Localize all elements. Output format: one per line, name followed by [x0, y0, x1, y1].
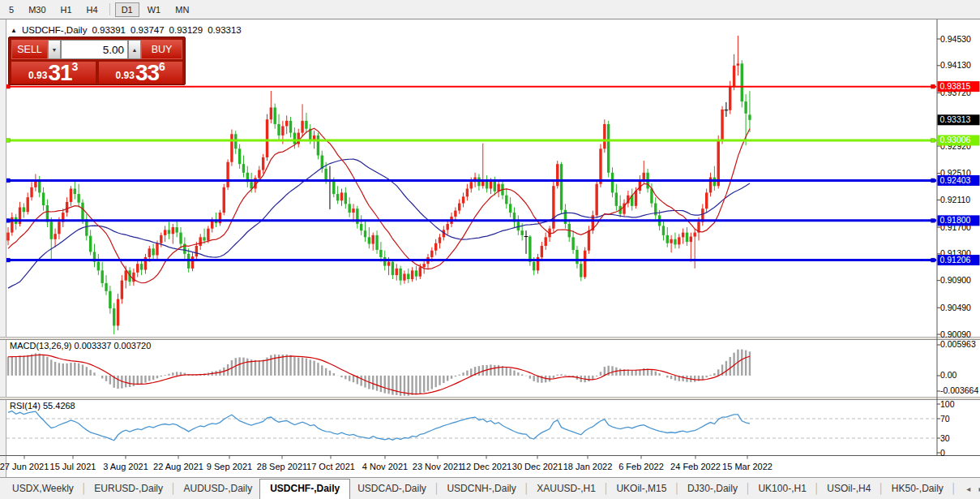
- tab-eurusd-daily[interactable]: EURUSD-,Daily: [87, 480, 170, 499]
- ask-price-box[interactable]: 0.93 33 6: [99, 62, 183, 84]
- ohlc-high: 0.93747: [131, 25, 165, 35]
- ask-price-big-digits: 33: [135, 62, 159, 83]
- tab-uk100-h1[interactable]: UK100-,H1: [751, 480, 813, 499]
- svg-text:28 Sep 2021: 28 Sep 2021: [257, 462, 307, 471]
- volume-decrease-button[interactable]: ▼: [48, 40, 61, 59]
- svg-text:-0.003664: -0.003664: [940, 385, 978, 395]
- svg-text:0.93313: 0.93313: [940, 114, 971, 124]
- svg-text:12 Dec 2021: 12 Dec 2021: [461, 462, 511, 471]
- bid-price-pipette: 3: [72, 60, 79, 73]
- collapse-subwindow-icon[interactable]: ▲: [11, 27, 17, 34]
- hline-handle: [6, 138, 11, 142]
- tab-usdcad-daily[interactable]: USDCAD-,Daily: [350, 480, 434, 499]
- symbol-tab-bar: USDX,Weekly │ EURUSD-,Daily │ AUDUSD-,Da…: [0, 477, 980, 499]
- macd-value-main: 0.003337: [74, 341, 111, 351]
- ask-price-pipette: 6: [159, 60, 165, 73]
- hline-handle: [931, 84, 935, 88]
- svg-text:0.90900: 0.90900: [940, 275, 971, 285]
- svg-text:9 Sep 2021: 9 Sep 2021: [207, 462, 252, 471]
- svg-text:0.90490: 0.90490: [940, 303, 971, 312]
- svg-text:22 Aug 2021: 22 Aug 2021: [153, 462, 203, 471]
- tab-hk50-daily[interactable]: HK50-,Daily: [884, 480, 951, 499]
- price-badge-0.91800: 0.91800: [938, 215, 980, 226]
- tab-audusd-daily[interactable]: AUDUSD-,Daily: [176, 480, 259, 499]
- buy-button[interactable]: BUY: [141, 40, 182, 59]
- svg-text:70: 70: [940, 414, 950, 424]
- macd-value-signal: 0.003720: [113, 341, 151, 351]
- svg-text:18 Jan 2022: 18 Jan 2022: [563, 462, 613, 471]
- tab-ukoil-m15[interactable]: UKOil-,M15: [609, 480, 674, 499]
- svg-text:30: 30: [940, 433, 950, 443]
- tab-usdchf-daily[interactable]: USDCHF-,Daily: [259, 479, 350, 499]
- svg-text:0.94530: 0.94530: [940, 34, 971, 44]
- svg-text:4 Nov 2021: 4 Nov 2021: [362, 462, 408, 471]
- chart-title: ▲ USDCHF-,Daily 0.93391 0.93747 0.93129 …: [11, 25, 242, 35]
- macd-name: MACD(13,26,9): [10, 341, 71, 351]
- price-badge-0.93006: 0.93006: [938, 135, 980, 145]
- hline-handle: [931, 138, 935, 142]
- volume-input[interactable]: [61, 40, 128, 59]
- svg-text:0.91206: 0.91206: [940, 255, 971, 265]
- volume-increase-button[interactable]: ▲: [128, 40, 141, 59]
- svg-text:0.93815: 0.93815: [940, 81, 971, 91]
- ohlc-open: 0.93391: [92, 25, 126, 35]
- rsi-value: 55.4268: [43, 401, 75, 411]
- svg-text:6 Feb 2022: 6 Feb 2022: [618, 462, 664, 471]
- tab-scroll-left-icon[interactable]: ◂: [966, 484, 970, 493]
- hline-handle: [931, 179, 935, 183]
- sell-button[interactable]: SELL: [11, 40, 48, 59]
- svg-text:30 Dec 2021: 30 Dec 2021: [512, 462, 563, 471]
- tab-dj30-daily[interactable]: DJ30-,Daily: [680, 480, 745, 499]
- tab-usoil-h4[interactable]: USOil-,H4: [820, 480, 878, 499]
- one-click-trading-panel: SELL ▼ ▲ BUY 0.93 31 3 0.93 33 6: [8, 37, 186, 85]
- timeframe-button-h4[interactable]: H4: [80, 2, 105, 17]
- svg-text:0.90090: 0.90090: [940, 329, 971, 339]
- svg-text:0.005963: 0.005963: [940, 339, 976, 349]
- timeframe-button-w1[interactable]: W1: [141, 2, 168, 17]
- ohlc-low: 0.93129: [169, 25, 203, 35]
- ask-price-prefix: 0.93: [116, 70, 135, 81]
- svg-text:0: 0: [940, 448, 945, 458]
- price-badge-0.92403: 0.92403: [938, 175, 980, 186]
- bid-price-big-digits: 31: [48, 62, 71, 83]
- timeframe-button-h1[interactable]: H1: [54, 2, 79, 17]
- price-badge-0.93815: 0.93815: [938, 81, 980, 92]
- macd-indicator-label: MACD(13,26,9) 0.003337 0.003720: [10, 341, 151, 351]
- svg-text:23 Nov 2021: 23 Nov 2021: [413, 462, 463, 471]
- hline-handle: [6, 179, 11, 183]
- svg-text:0.92403: 0.92403: [940, 175, 971, 185]
- hline-handle: [6, 258, 11, 262]
- svg-text:27 Jun 2021: 27 Jun 2021: [0, 462, 49, 471]
- timeframe-button-m15[interactable]: 5: [2, 2, 20, 17]
- svg-text:0.94130: 0.94130: [940, 60, 971, 70]
- svg-text:0.92110: 0.92110: [940, 195, 970, 204]
- chart-canvas[interactable]: 0.945300.941300.937200.929200.925100.921…: [0, 19, 980, 477]
- svg-text:100: 100: [940, 399, 955, 409]
- tab-usdx-weekly[interactable]: USDX,Weekly: [5, 480, 81, 499]
- price-badge-0.93313: 0.93313: [938, 114, 980, 125]
- tab-xauusd-h1[interactable]: XAUUSD-,H1: [529, 480, 603, 499]
- toolbar-separator: [109, 3, 110, 15]
- svg-text:0.91800: 0.91800: [940, 215, 971, 225]
- timeframe-toolbar: 5 M30 H1 H4 D1 W1 MN: [0, 0, 980, 19]
- bid-price-box[interactable]: 0.93 31 3: [11, 62, 96, 84]
- svg-text:0.00: 0.00: [940, 370, 957, 380]
- timeframe-button-mn[interactable]: MN: [169, 2, 195, 17]
- bid-price-prefix: 0.93: [28, 70, 47, 81]
- tab-usdcnh-daily[interactable]: USDCNH-,Daily: [439, 480, 523, 499]
- svg-text:24 Feb 2022: 24 Feb 2022: [670, 462, 721, 471]
- svg-text:17 Oct 2021: 17 Oct 2021: [306, 462, 355, 471]
- svg-text:0.93006: 0.93006: [940, 135, 971, 144]
- price-chart-svg: 0.945300.941300.937200.929200.925100.921…: [0, 19, 980, 478]
- svg-text:15 Jul 2021: 15 Jul 2021: [50, 462, 96, 471]
- ohlc-close: 0.93313: [208, 25, 242, 35]
- price-badge-0.91206: 0.91206: [938, 255, 980, 265]
- timeframe-button-m30[interactable]: M30: [22, 2, 52, 17]
- timeframe-button-d1[interactable]: D1: [115, 2, 139, 17]
- hline-handle: [931, 218, 935, 222]
- window-left-frame: [0, 19, 6, 478]
- svg-text:3 Aug 2021: 3 Aug 2021: [103, 462, 148, 471]
- svg-text:15 Mar 2022: 15 Mar 2022: [722, 462, 772, 471]
- tab-scroll-arrows: ◂ ▸: [963, 481, 980, 499]
- chart-symbol-label: USDCHF-,Daily: [22, 25, 88, 35]
